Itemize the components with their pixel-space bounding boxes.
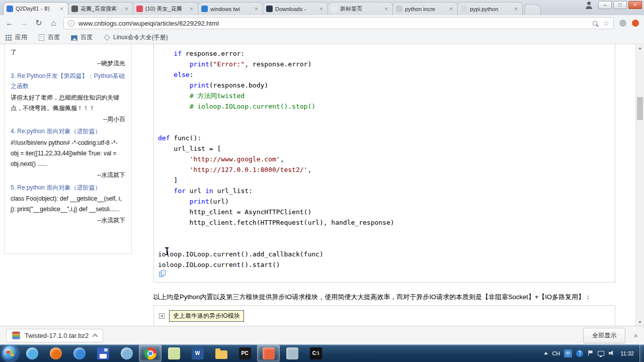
code-token (158, 60, 190, 68)
bookmark-item[interactable]: 应用 (5, 33, 27, 42)
url-text[interactable]: www.cnblogs.com/wupeiqi/articles/6229292… (78, 20, 589, 27)
tab-close-icon[interactable]: × (123, 6, 130, 12)
tab-close-icon[interactable]: × (188, 6, 195, 12)
browser-tab[interactable]: python incre × (392, 2, 458, 15)
code-line: ] (158, 175, 615, 186)
bookmark-star-icon[interactable]: ☆ (603, 20, 609, 27)
download-item[interactable]: Twisted-17.1.0.tar.bz2 (6, 329, 103, 342)
tab-close-icon[interactable]: × (58, 6, 65, 12)
forward-button[interactable]: → (20, 19, 29, 27)
scroll-down-button[interactable]: ▼ (636, 318, 644, 326)
taskbar-apps: W PC C:\ (20, 344, 328, 362)
taskbar-app-notepad[interactable] (163, 345, 185, 361)
code-token: # ioloop.IOLoop.current().stop() (190, 103, 315, 110)
ime-help-icon[interactable]: ? (576, 350, 583, 357)
scroll-up-button[interactable]: ▲ (636, 44, 644, 52)
download-menu-caret-icon[interactable] (93, 333, 98, 339)
taskbar-app-chrome[interactable] (139, 345, 162, 361)
taskbar-app-explorer-folder[interactable] (210, 345, 232, 361)
bookmark-item[interactable]: 百度 (38, 33, 60, 42)
tab-strip: Q2Day81 - 剑 × 花瓣_百度搜索 × (10) 美女_花瓣 × win… (0, 0, 644, 15)
volume-icon[interactable] (608, 350, 615, 356)
taskbar-app-editor[interactable] (257, 345, 280, 361)
tab-close-icon[interactable]: × (318, 6, 325, 12)
browser-tab[interactable]: Q2Day81 - 剑 × (3, 2, 68, 15)
network-icon[interactable] (598, 351, 604, 356)
app-icon (215, 350, 227, 359)
home-button[interactable]: ⌂ (49, 19, 58, 27)
taskbar-app-word[interactable]: W (186, 345, 209, 361)
bookmark-item[interactable]: 百度 (71, 33, 93, 42)
extension-icon[interactable] (619, 20, 626, 27)
taskbar-app-messenger[interactable] (21, 345, 43, 361)
tab-close-icon[interactable]: × (253, 6, 260, 12)
browser-tab[interactable]: 新标签页 × (328, 2, 393, 15)
comment-title-link[interactable]: 4. Re:python 面向对象（进阶篇） (11, 126, 125, 136)
code-token: : (190, 71, 194, 78)
code-token: print (190, 81, 209, 89)
code-line (158, 122, 615, 133)
page-scrollbar[interactable]: ▲ ▼ (635, 44, 644, 326)
recent-comments-sidebar: 了 --晓梦流光 3. Re:Python开发【第四篇】：Python基础之函数… (4, 44, 132, 254)
back-button[interactable]: ← (5, 19, 14, 27)
taskbar-app-thunder[interactable] (68, 345, 91, 361)
comment-author: --水流就下 (11, 169, 125, 181)
comment-title-link[interactable]: 3. Re:Python开发【第四篇】：Python基础之函数 (11, 71, 125, 92)
taskbar-app-cmd[interactable]: C:\ (304, 345, 327, 361)
extension-orange-icon[interactable] (632, 20, 639, 27)
taskbar-app-viewer[interactable] (281, 345, 303, 361)
tab-close-icon[interactable]: × (383, 6, 389, 12)
show-desktop-button[interactable] (639, 344, 644, 362)
window-controls: – □ × (585, 1, 642, 9)
browser-tab[interactable]: (10) 美女_花瓣 × (133, 2, 198, 15)
new-tab-button[interactable] (525, 4, 541, 15)
tab-favicon-icon (7, 6, 13, 12)
text-cursor (165, 247, 169, 255)
taskbar-app-firefox[interactable] (44, 345, 67, 361)
code-token: "Error:" (213, 60, 245, 68)
profile-icon[interactable] (585, 2, 593, 9)
collapsed-block-title[interactable]: 史上最牛逼的异步IO模块 (169, 310, 244, 322)
taskbar-app-pycharm[interactable]: PC (233, 345, 256, 361)
tab-close-icon[interactable]: × (513, 6, 519, 12)
app-icon (286, 347, 298, 359)
hidden-icons-arrow[interactable] (544, 352, 548, 354)
code-token (158, 71, 174, 78)
window-maximize-button[interactable]: □ (613, 1, 627, 9)
window-minimize-button[interactable]: – (598, 1, 612, 9)
window-close-button[interactable]: × (628, 1, 642, 9)
expand-plus-icon[interactable] (159, 313, 165, 319)
browser-tab[interactable]: windows twi × (198, 2, 263, 15)
tab-favicon-icon (266, 6, 273, 12)
show-all-downloads-button[interactable]: 全部显示 (583, 328, 625, 343)
browser-tab[interactable]: pypi.python × (457, 2, 523, 15)
code-line: if response.error: (158, 48, 615, 59)
action-center-flag-icon[interactable] (587, 350, 594, 356)
tab-close-icon[interactable]: × (448, 6, 454, 12)
download-bar-close-icon[interactable]: × (633, 332, 638, 339)
refresh-button[interactable]: ↻ (34, 19, 43, 27)
comment-body: 讲得太好了老师，总能把握住知识的关键点，不绕弯路。佩服佩服！！！ (11, 93, 125, 114)
code-token: in (205, 187, 213, 195)
comment-item: 了 --晓梦流光 (11, 47, 125, 69)
zoom-search-icon[interactable] (593, 21, 597, 26)
start-button[interactable] (3, 346, 18, 361)
comment-item: 3. Re:Python开发【第四篇】：Python基础之函数 讲得太好了老师，… (11, 71, 125, 125)
bookmark-item[interactable]: Linux命令大全(手册) (104, 33, 168, 42)
bookmark-label: Linux命令大全(手册) (113, 33, 168, 42)
ime-icon[interactable]: 中 (564, 349, 572, 357)
scrollbar-thumb[interactable] (637, 97, 643, 120)
browser-tab[interactable]: Downloads - × (263, 2, 328, 15)
code-line (158, 112, 615, 122)
comment-title-link[interactable]: 5. Re:python 面向对象（进阶篇） (11, 183, 125, 193)
download-filename[interactable]: Twisted-17.1.0.tar.bz2 (25, 332, 89, 339)
taskbar-clock[interactable]: 11:32 (620, 350, 634, 356)
language-indicator[interactable]: CH (552, 350, 560, 356)
page-info-icon[interactable]: i (68, 20, 74, 27)
address-bar[interactable]: i www.cnblogs.com/wupeiqi/articles/62292… (63, 17, 614, 29)
browser-tab[interactable]: 花瓣_百度搜索 × (68, 2, 133, 15)
code-line: def func(): (158, 133, 615, 143)
taskbar-app-ie[interactable] (115, 345, 138, 361)
taskbar-app-save-tool[interactable] (92, 345, 114, 361)
copy-code-icon[interactable] (159, 270, 167, 278)
